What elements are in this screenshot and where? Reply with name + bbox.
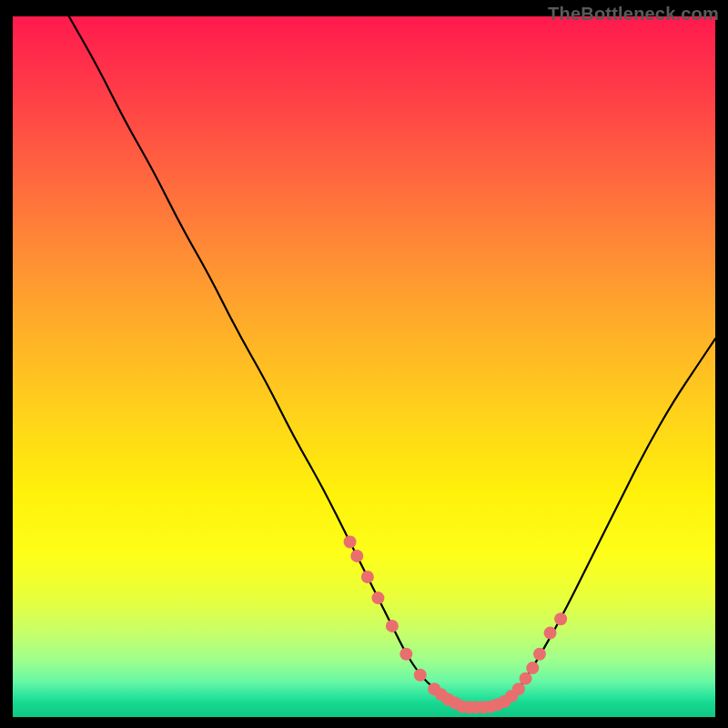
chart-stage: TheBottleneck.com [0, 0, 728, 728]
gradient-plot-area [13, 16, 715, 717]
watermark-text: TheBottleneck.com [548, 4, 719, 25]
